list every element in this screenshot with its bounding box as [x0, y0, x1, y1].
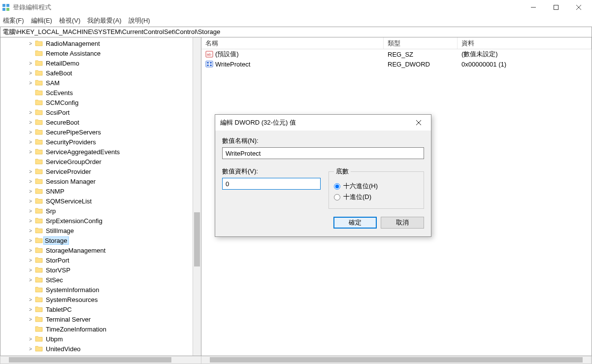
ok-button[interactable]: 確定 — [333, 217, 377, 229]
tree-item[interactable]: ScEvents — [0, 88, 201, 98]
address-bar[interactable]: 電腦\HKEY_LOCAL_MACHINE\SYSTEM\CurrentCont… — [0, 27, 592, 37]
folder-icon — [35, 89, 43, 97]
tree-item-label: ScsiPort — [46, 109, 69, 116]
tree-item[interactable]: >Srp — [0, 206, 201, 216]
col-type[interactable]: 類型 — [384, 37, 458, 49]
menu-file[interactable]: 檔案(F) — [3, 16, 24, 25]
expander-icon[interactable]: > — [27, 336, 34, 342]
folder-icon — [35, 266, 43, 274]
tree-item[interactable]: >SAM — [0, 78, 201, 88]
tree-item[interactable]: >StSec — [0, 275, 201, 285]
expander-icon[interactable]: > — [27, 258, 34, 263]
menu-view[interactable]: 檢視(V) — [59, 16, 80, 25]
value-data-input[interactable] — [222, 178, 321, 190]
expander-icon[interactable]: > — [27, 218, 34, 224]
expander-icon[interactable]: > — [27, 61, 34, 66]
expander-icon[interactable]: > — [27, 110, 34, 115]
expander-icon[interactable]: > — [27, 199, 34, 204]
tree-item[interactable]: >Ubpm — [0, 334, 201, 344]
tree-item[interactable]: >RetailDemo — [0, 58, 201, 68]
radio-hex-input[interactable] — [334, 183, 340, 190]
tree-item[interactable]: ServiceGroupOrder — [0, 157, 201, 166]
dialog-title: 編輯 DWORD (32-位元) 值 — [220, 118, 296, 127]
tree-item[interactable]: >TabletPC — [0, 304, 201, 314]
dialog-titlebar[interactable]: 編輯 DWORD (32-位元) 值 — [215, 115, 431, 131]
tree-item[interactable]: >Terminal Server — [0, 314, 201, 324]
expander-icon[interactable]: > — [27, 70, 34, 76]
menu-favorites[interactable]: 我的最愛(A) — [87, 16, 121, 25]
tree-item[interactable]: >SafeBoot — [0, 68, 201, 78]
folder-icon — [35, 305, 43, 313]
expander-icon[interactable]: > — [27, 41, 34, 46]
expander-icon[interactable]: > — [27, 120, 34, 125]
tree-item[interactable]: >SQMServiceList — [0, 196, 201, 206]
tree-item[interactable]: >UnitedVideo — [0, 344, 201, 354]
expander-icon[interactable]: > — [27, 179, 34, 184]
expander-icon[interactable]: > — [27, 297, 34, 302]
maximize-button[interactable] — [545, 0, 567, 15]
minimize-button[interactable] — [522, 0, 545, 15]
expander-icon[interactable]: > — [27, 139, 34, 145]
dialog-close-button[interactable] — [411, 119, 426, 127]
tree-item[interactable]: >ServiceAggregatedEvents — [0, 147, 201, 157]
scrollbar-thumb[interactable] — [194, 212, 200, 266]
col-name[interactable]: 名稱 — [201, 37, 384, 49]
col-data[interactable]: 資料 — [458, 37, 592, 49]
tree-scrollbar[interactable] — [193, 37, 201, 356]
tree-item[interactable]: >RadioManagement — [0, 38, 201, 48]
list-row[interactable]: ab(預設值)REG_SZ(數值未設定) — [201, 49, 592, 59]
tree-item[interactable]: >StorageManagement — [0, 245, 201, 255]
tree-item[interactable]: >ScsiPort — [0, 107, 201, 117]
expander-icon[interactable]: > — [27, 307, 34, 312]
tree-item[interactable]: >SecurityProviders — [0, 137, 201, 147]
expander-icon[interactable]: > — [27, 169, 34, 174]
tree-item[interactable]: >StillImage — [0, 226, 201, 235]
radio-hex[interactable]: 十六進位(H) — [334, 182, 419, 191]
expander-icon[interactable]: > — [27, 80, 34, 86]
tree-item[interactable]: >StorVSP — [0, 265, 201, 275]
expander-icon[interactable]: > — [27, 130, 34, 135]
expander-icon[interactable]: > — [27, 238, 34, 243]
scrollbar-thumb[interactable] — [9, 357, 171, 363]
radio-dec[interactable]: 十進位(D) — [334, 193, 419, 201]
expander-icon[interactable]: > — [27, 317, 34, 322]
radio-dec-input[interactable] — [334, 194, 340, 200]
menu-help[interactable]: 說明(H) — [129, 16, 150, 25]
expander-icon[interactable]: > — [27, 189, 34, 194]
cancel-button[interactable]: 取消 — [381, 217, 424, 229]
tree-item-label: StorPort — [46, 257, 69, 264]
scrollbar-thumb[interactable] — [210, 357, 583, 363]
value-name: WriteProtect — [215, 61, 250, 68]
close-button[interactable] — [567, 0, 590, 15]
tree-item[interactable]: >SNMP — [0, 186, 201, 196]
tree-item[interactable]: Remote Assistance — [0, 48, 201, 58]
tree-item[interactable]: >SystemResources — [0, 295, 201, 304]
tree-item-label: Srp — [46, 207, 56, 215]
tree-item-label: SrpExtensionConfig — [46, 217, 102, 225]
tree-item[interactable]: SCMConfig — [0, 98, 201, 107]
tree-item[interactable]: >ServiceProvider — [0, 166, 201, 176]
expander-icon[interactable]: > — [27, 248, 34, 253]
tree-item[interactable]: >SecureBoot — [0, 117, 201, 127]
tree-item[interactable]: >Storage — [0, 235, 201, 245]
expander-icon[interactable]: > — [27, 277, 34, 283]
value-name-input[interactable] — [222, 147, 424, 159]
tree-item[interactable]: >Session Manager — [0, 176, 201, 186]
list-hscroll[interactable] — [201, 356, 592, 364]
tree-hscroll[interactable] — [0, 356, 201, 364]
expander-icon[interactable]: > — [27, 346, 34, 352]
tree-item-label: SQMServiceList — [46, 198, 92, 205]
tree-item[interactable]: SystemInformation — [0, 285, 201, 295]
tree-item[interactable]: >StorPort — [0, 255, 201, 265]
tree-item[interactable]: >SrpExtensionConfig — [0, 216, 201, 226]
expander-icon[interactable]: > — [27, 149, 34, 155]
expander-icon[interactable]: > — [27, 267, 34, 273]
menu-edit[interactable]: 編輯(E) — [31, 16, 52, 25]
expander-icon[interactable]: > — [27, 228, 34, 233]
svg-rect-12 — [210, 62, 212, 64]
tree-item[interactable]: TimeZoneInformation — [0, 324, 201, 334]
list-row[interactable]: WriteProtectREG_DWORD0x00000001 (1) — [201, 59, 592, 69]
expander-icon[interactable]: > — [27, 208, 34, 214]
tree-item[interactable]: >SecurePipeServers — [0, 127, 201, 137]
tree-pane[interactable]: >RadioManagementRemote Assistance>Retail… — [0, 37, 201, 356]
